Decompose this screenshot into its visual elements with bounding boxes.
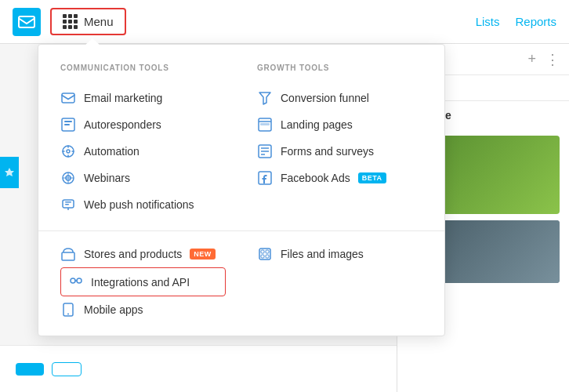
- autoresponders-icon: [60, 117, 76, 132]
- svg-rect-3: [64, 121, 72, 122]
- communication-col: COMMUNICATION TOOLS Email marketing: [60, 64, 226, 218]
- svg-point-24: [71, 278, 75, 283]
- svg-rect-4: [64, 124, 70, 125]
- side-icon-1[interactable]: [0, 157, 19, 188]
- reports-link[interactable]: Reports: [515, 15, 556, 28]
- landing-label: Landing pages: [281, 118, 353, 131]
- menu-item-forms[interactable]: Forms and surveys: [257, 138, 422, 165]
- menu-label: Menu: [84, 15, 114, 28]
- growth-section-title: GROWTH TOOLS: [257, 64, 422, 72]
- svg-point-27: [67, 314, 69, 315]
- svg-rect-17: [260, 123, 270, 125]
- autoresponders-label: Autoresponders: [84, 118, 161, 131]
- dropdown-menu: COMMUNICATION TOOLS Email marketing: [38, 44, 445, 336]
- top-nav: Menu Lists Reports: [0, 0, 569, 44]
- integrations-label: Integrations and API: [91, 276, 190, 289]
- svg-point-6: [67, 150, 70, 153]
- funnel-icon: [257, 90, 273, 106]
- automation-label: Automation: [84, 145, 140, 158]
- svg-rect-32: [266, 255, 269, 258]
- menu-item-integrations[interactable]: Integrations and API: [60, 267, 226, 296]
- push-icon: [60, 197, 76, 212]
- mobile-label: Mobile apps: [84, 303, 143, 316]
- svg-rect-29: [261, 250, 264, 253]
- svg-rect-1: [62, 93, 74, 103]
- facebook-icon: [257, 170, 273, 186]
- svg-point-25: [77, 278, 82, 283]
- bottom-button-1[interactable]: [16, 363, 44, 376]
- webinars-label: Webinars: [84, 172, 130, 184]
- svg-rect-12: [65, 201, 71, 203]
- forms-icon: [257, 143, 273, 159]
- lists-link[interactable]: Lists: [476, 15, 500, 28]
- files-label: Files and images: [281, 248, 364, 260]
- email-icon: [60, 90, 76, 106]
- menu-item-autoresponders[interactable]: Autoresponders: [60, 111, 226, 138]
- stores-label: Stores and products: [84, 248, 182, 260]
- menu-button[interactable]: Menu: [50, 8, 126, 35]
- logo[interactable]: [13, 8, 41, 36]
- files-icon: [257, 246, 273, 262]
- menu-item-webinars[interactable]: Webinars: [60, 165, 226, 191]
- bottom-right-col: Files and images: [257, 241, 422, 323]
- communication-section-title: COMMUNICATION TOOLS: [60, 64, 226, 72]
- webinars-icon: [60, 170, 76, 186]
- side-icons-panel: [0, 157, 19, 188]
- mobile-icon: [60, 302, 76, 318]
- menu-item-landing[interactable]: Landing pages: [257, 111, 422, 138]
- svg-rect-13: [65, 204, 69, 205]
- menu-item-push[interactable]: Web push notifications: [60, 191, 226, 218]
- email-label: Email marketing: [84, 92, 162, 104]
- nav-right: Lists Reports: [476, 15, 556, 28]
- automation-icon: [60, 143, 76, 159]
- menu-item-automation[interactable]: Automation: [60, 138, 226, 165]
- push-label: Web push notifications: [84, 198, 194, 211]
- dots-icon[interactable]: ⋮: [545, 51, 560, 68]
- menu-item-mobile[interactable]: Mobile apps: [60, 296, 226, 323]
- funnel-label: Conversion funnel: [281, 92, 369, 104]
- plus-icon[interactable]: +: [527, 51, 536, 67]
- svg-rect-30: [266, 250, 269, 253]
- store-icon: [60, 246, 76, 262]
- menu-bottom: Stores and products NEW Integrations and…: [38, 231, 444, 329]
- bottom-bar: [0, 345, 397, 392]
- bottom-button-2[interactable]: [52, 362, 82, 376]
- facebook-label: Facebook Ads: [281, 172, 350, 184]
- svg-rect-31: [261, 255, 264, 258]
- menu-item-email[interactable]: Email marketing: [60, 85, 226, 111]
- forms-label: Forms and surveys: [281, 145, 374, 158]
- svg-rect-23: [62, 252, 74, 260]
- menu-item-funnel[interactable]: Conversion funnel: [257, 85, 422, 111]
- landing-icon: [257, 117, 273, 132]
- menu-columns: COMMUNICATION TOOLS Email marketing: [38, 64, 444, 231]
- integrations-icon: [69, 274, 83, 290]
- bottom-left-col: Stores and products NEW Integrations and…: [60, 241, 226, 323]
- svg-rect-0: [19, 16, 34, 27]
- menu-dots-icon: [63, 14, 78, 29]
- menu-item-stores[interactable]: Stores and products NEW: [60, 241, 226, 267]
- new-badge: NEW: [190, 249, 216, 260]
- menu-item-files[interactable]: Files and images: [257, 241, 422, 267]
- beta-badge: BETA: [358, 172, 386, 183]
- growth-col: GROWTH TOOLS Conversion funnel: [257, 64, 422, 218]
- menu-item-facebook[interactable]: Facebook Ads BETA: [257, 165, 422, 191]
